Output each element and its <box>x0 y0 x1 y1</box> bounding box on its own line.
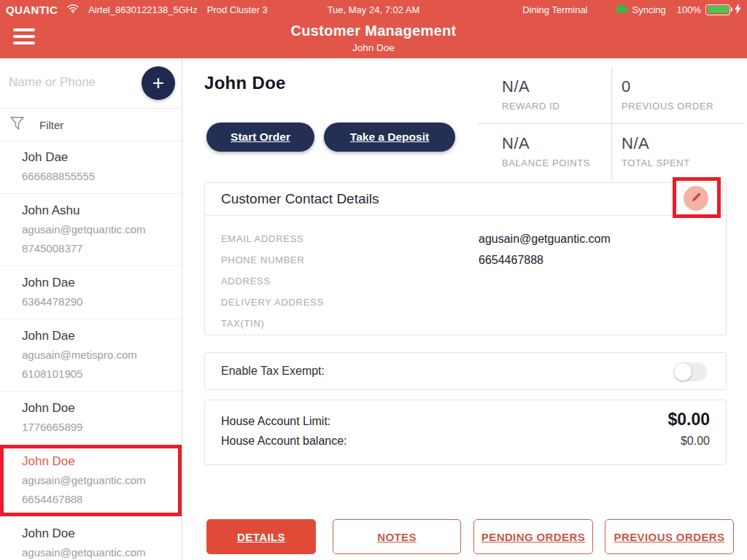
customer-stats: N/A REWARD ID 0 PREVIOUS ORDER N/A BALAN… <box>478 67 745 180</box>
quantic-logo: QUANTIC <box>6 4 58 16</box>
customer-phone: 666688855555 <box>22 167 176 186</box>
detail-tabs: DETAILS NOTES PENDING ORDERS PREVIOUS OR… <box>206 519 734 554</box>
customer-management-screen: QUANTIC Airtel_8630122138_5GHz Prod Clus… <box>0 0 747 560</box>
page-subtitle: John Doe <box>0 42 747 53</box>
terminal-name: Dining Terminal <box>522 4 587 15</box>
stat-cell: N/A BALANCE POINTS <box>478 124 611 180</box>
charging-bolt-icon <box>735 4 741 16</box>
stat-label: REWARD ID <box>502 101 611 112</box>
stat-value: 0 <box>622 77 745 96</box>
sync-cloud-icon <box>615 4 628 15</box>
customer-name: John Doe <box>22 399 176 418</box>
house-balance-value: $0.00 <box>681 435 710 448</box>
house-balance-row: House Account balance: $0.00 <box>221 435 710 448</box>
search-input[interactable] <box>7 74 134 90</box>
battery-icon <box>705 4 730 15</box>
app-header: QUANTIC Airtel_8630122138_5GHz Prod Clus… <box>0 0 747 58</box>
action-buttons: Start Order Take a Deposit <box>206 122 455 152</box>
customer-name: Joh Dae <box>22 148 176 167</box>
toggle-knob <box>674 363 692 381</box>
customer-list-item[interactable]: Joh Dae 666688855555 <box>0 141 182 194</box>
tab-label: PENDING ORDERS <box>481 531 585 543</box>
stat-value: N/A <box>502 77 611 96</box>
customer-name: John Dae <box>22 273 176 292</box>
field-value: agusain@getguantic.com <box>479 233 611 246</box>
customer-list-item[interactable]: John Dae 6364478290 <box>0 266 182 319</box>
contact-field-row: DELIVERY ADDRESS <box>221 292 710 313</box>
cluster-name: Prod Cluster 3 <box>207 4 268 15</box>
customer-email: agusain@getquantic.com <box>22 220 176 239</box>
house-account-card: House Account Limit: $0.00 House Account… <box>204 400 727 465</box>
tax-exempt-card: Enable Tax Exempt: <box>204 352 727 390</box>
filter-button[interactable]: Filter <box>0 109 182 141</box>
contact-card-header: Customer Contact Details <box>205 183 726 216</box>
detail-tab[interactable]: NOTES <box>333 519 461 554</box>
field-label: TAX(TIN) <box>221 318 479 329</box>
search-row: + <box>0 58 182 109</box>
stat-value: N/A <box>622 134 745 153</box>
stat-cell: N/A TOTAL SPENT <box>611 124 745 180</box>
stat-value: N/A <box>502 134 611 153</box>
tax-exempt-toggle[interactable] <box>673 362 707 381</box>
customer-phone: 1776665899 <box>22 418 176 437</box>
customer-name: John Ashu <box>22 201 176 220</box>
contact-card-title: Customer Contact Details <box>221 191 379 207</box>
customer-list-item[interactable]: John Doe agusain@getquantic.com <box>0 517 182 560</box>
wifi-icon <box>67 4 79 15</box>
status-bar-right: Dining Terminal Syncing 100% <box>522 0 741 19</box>
customer-phone: 8745008377 <box>22 239 176 258</box>
contact-fields: EMAIL ADDRESS agusain@getguantic.com PHO… <box>205 216 726 334</box>
customer-list-item[interactable]: John Doe 1776665899 <box>0 392 182 445</box>
house-limit-value: $0.00 <box>667 410 710 429</box>
stat-cell: N/A REWARD ID <box>478 67 611 124</box>
field-label: DELIVERY ADDRESS <box>221 297 479 308</box>
filter-label: Filter <box>39 119 63 131</box>
page-title: Customer Management <box>0 23 747 39</box>
contact-field-row: PHONE NUMBER 6654467888 <box>221 249 710 271</box>
add-customer-button[interactable]: + <box>142 66 175 100</box>
stat-cell: 0 PREVIOUS ORDER <box>611 67 745 124</box>
detail-tab[interactable]: PREVIOUS ORDERS <box>605 519 734 554</box>
detail-tab[interactable]: DETAILS <box>206 519 316 554</box>
detail-tab[interactable]: PENDING ORDERS <box>473 519 593 554</box>
contact-field-row: EMAIL ADDRESS agusain@getguantic.com <box>221 228 710 249</box>
customer-name: John Doe <box>22 524 176 543</box>
customer-list-item[interactable]: John Doe agusain@getguantic.com 66544678… <box>0 445 182 517</box>
customer-name: John Dae <box>22 327 176 346</box>
customer-list-item[interactable]: John Dae agusain@metispro.com 6108101905 <box>0 319 182 392</box>
tab-label: PREVIOUS ORDERS <box>614 531 725 543</box>
stat-label: PREVIOUS ORDER <box>622 101 745 112</box>
battery-percent: 100% <box>677 4 701 15</box>
start-order-button[interactable]: Start Order <box>206 122 314 152</box>
customer-title: John Doe <box>204 73 286 93</box>
customer-email: agusain@getquantic.com <box>22 543 176 560</box>
house-limit-row: House Account Limit: $0.00 <box>221 410 710 429</box>
tab-label: DETAILS <box>237 531 285 543</box>
contact-field-row: ADDRESS <box>221 271 710 292</box>
customer-email: agusain@getguantic.com <box>22 471 176 490</box>
customer-phone: 6108101905 <box>22 365 176 384</box>
tax-exempt-label: Enable Tax Exempt: <box>205 365 325 378</box>
customer-name: John Doe <box>22 452 176 471</box>
sync-status-label: Syncing <box>632 4 666 15</box>
customer-list-item[interactable]: John Ashu agusain@getquantic.com 8745008… <box>0 194 182 266</box>
tab-label: NOTES <box>377 531 417 543</box>
take-deposit-button[interactable]: Take a Deposit <box>324 122 455 152</box>
field-value: 6654467888 <box>479 254 543 267</box>
customer-sidebar: + Filter Joh Dae 666688855555 John Ashu … <box>0 58 182 560</box>
status-bar-left: QUANTIC Airtel_8630122138_5GHz Prod Clus… <box>6 0 268 19</box>
customer-list: Joh Dae 666688855555 John Ashu agusain@g… <box>0 141 182 560</box>
field-label: ADDRESS <box>221 276 479 287</box>
contact-details-card: Customer Contact Details EMAIL ADDRESS a… <box>204 182 727 335</box>
status-bar: QUANTIC Airtel_8630122138_5GHz Prod Clus… <box>0 0 747 19</box>
stat-label: BALANCE POINTS <box>502 158 611 168</box>
filter-funnel-icon <box>10 117 24 133</box>
field-label: PHONE NUMBER <box>221 254 479 265</box>
stat-label: TOTAL SPENT <box>622 158 745 168</box>
edit-contact-button[interactable] <box>684 186 708 211</box>
customer-phone: 6654467888 <box>22 490 176 509</box>
sync-status: Syncing <box>615 4 666 15</box>
wifi-network-name: Airtel_8630122138_5GHz <box>88 4 198 15</box>
house-balance-label: House Account balance: <box>221 435 347 448</box>
battery-status: 100% <box>677 4 741 16</box>
